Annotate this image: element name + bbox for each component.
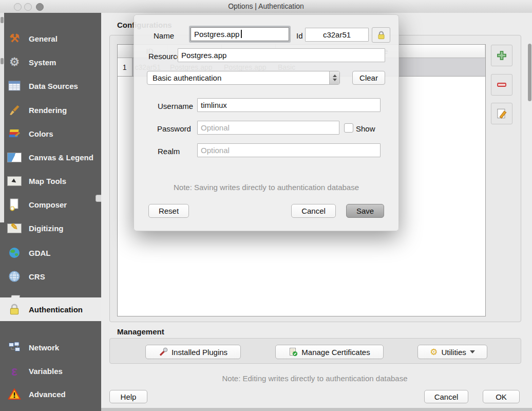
options-window: Options | Authentication ⚒ General ⚙ Sys…: [0, 0, 532, 411]
sidebar-item-label: Colors: [29, 129, 53, 138]
globe-icon: [6, 245, 23, 260]
stepper-arrows-icon: [329, 71, 339, 84]
resource-label: Resource: [148, 52, 181, 61]
cancel-button[interactable]: Cancel: [424, 390, 468, 403]
save-label: Save: [356, 207, 374, 215]
show-label: Show: [356, 124, 375, 133]
edit-authentication-dialog: Name Id Resource Basic authentication Cl…: [134, 14, 399, 231]
help-button[interactable]: Help: [109, 390, 147, 403]
svg-text:✱: ✱: [10, 206, 14, 211]
name-input[interactable]: [191, 27, 289, 41]
lock-icon: [376, 30, 386, 40]
map-pencil-icon: ✎: [6, 220, 23, 236]
sidebar-item-advanced[interactable]: Advanced: [0, 382, 101, 406]
sidebar-item-rendering[interactable]: Rendering: [0, 98, 101, 122]
saving-note: Note: Saving writes directly to authenti…: [134, 183, 398, 192]
sidebar-item-label: Network: [29, 343, 59, 352]
installed-plugins-button[interactable]: Installed Plugins: [145, 345, 241, 359]
paintbrush-icon: [6, 102, 23, 118]
realm-label: Realm: [158, 147, 180, 156]
ok-label: OK: [496, 393, 507, 401]
window-title: Options | Authentication: [0, 2, 532, 10]
sidebar-item-label: Rendering: [29, 106, 67, 115]
title-bar: Options | Authentication: [0, 0, 532, 13]
reset-label: Reset: [159, 207, 179, 215]
page-asterisk-icon: ✱: [6, 197, 23, 212]
remove-configuration-button[interactable]: [491, 74, 512, 96]
tools-icon: ⚒: [6, 31, 23, 46]
map-cursor-icon: [6, 173, 23, 189]
edit-configuration-button[interactable]: [491, 103, 512, 124]
username-label: Username: [158, 102, 193, 110]
network-computers-icon: [6, 340, 23, 355]
sidebar-item-label: General: [29, 34, 58, 43]
name-label: Name: [154, 31, 174, 40]
gear-wrench-icon: ⚙: [6, 54, 23, 70]
row-number-cell[interactable]: 1: [118, 58, 132, 77]
dialog-cancel-button[interactable]: Cancel: [291, 204, 336, 218]
lock-icon: [6, 302, 23, 317]
manage-certificates-label: Manage Certificates: [301, 348, 370, 357]
id-label: Id: [296, 31, 303, 40]
utilities-button[interactable]: ⚙ Utilities: [417, 345, 487, 359]
map-canvas-icon: [6, 150, 23, 165]
sidebar-item-crs[interactable]: CRS: [0, 265, 101, 288]
add-configuration-button[interactable]: [491, 45, 512, 66]
plus-icon: [496, 49, 508, 62]
sidebar-item-data-sources[interactable]: Data Sources: [0, 74, 101, 98]
sidebar-item-variables[interactable]: ε Variables: [0, 359, 101, 383]
sidebar-item-authentication[interactable]: Authentication: [0, 297, 101, 321]
vertical-scrollbar-thumb[interactable]: [528, 44, 531, 101]
management-label: Management: [117, 327, 164, 336]
table-icon: [6, 78, 23, 94]
sidebar-item-colors[interactable]: Colors: [0, 122, 101, 145]
sidebar-item-label: Composer: [29, 200, 67, 209]
sidebar-item-system[interactable]: ⚙ System: [0, 50, 101, 74]
ok-button[interactable]: OK: [483, 390, 520, 403]
sidebar-item-canvas-legend[interactable]: Canvas & Legend: [0, 145, 101, 169]
sidebar-item-gdal[interactable]: GDAL: [0, 241, 101, 265]
sidebar-item-composer[interactable]: ✱ Composer: [0, 193, 101, 216]
sidebar-item-digitizing[interactable]: ✎ Digitizing: [0, 216, 101, 240]
help-label: Help: [121, 393, 137, 401]
manage-certificates-button[interactable]: Manage Certificates: [275, 345, 384, 359]
sidebar-item-label: Map Tools: [29, 177, 66, 185]
reset-button[interactable]: Reset: [148, 204, 189, 218]
auth-method-dropdown[interactable]: Basic authentication: [147, 71, 340, 85]
save-button[interactable]: Save: [346, 204, 384, 218]
text-caret: [241, 30, 242, 38]
globe-grid-icon: [6, 269, 23, 284]
background-icon: [1, 17, 4, 23]
sidebar-item-label: CRS: [29, 272, 45, 281]
warning-icon: [6, 386, 23, 402]
window-bottom-edge: [101, 408, 532, 411]
password-label: Password: [157, 124, 191, 133]
sidebar-item-general[interactable]: ⚒ General: [0, 27, 101, 50]
sidebar-item-label: Data Sources: [29, 82, 78, 90]
minus-icon: [496, 79, 508, 91]
epsilon-icon: ε: [6, 363, 23, 379]
dropdown-arrow-icon: [470, 350, 475, 353]
sidebar-item-label: Canvas & Legend: [29, 153, 93, 162]
row-number-header[interactable]: [118, 45, 132, 58]
password-input[interactable]: [197, 121, 339, 135]
show-password-checkbox[interactable]: [344, 123, 353, 133]
cancel-label: Cancel: [434, 393, 459, 401]
username-input[interactable]: [197, 98, 381, 112]
edit-pencil-icon: [495, 107, 508, 120]
resource-input[interactable]: [178, 48, 385, 62]
realm-input[interactable]: [197, 143, 381, 157]
sidebar-item-label: Variables: [29, 367, 63, 376]
gear-icon: ⚙: [430, 348, 438, 357]
auth-method-value: Basic authentication: [153, 73, 221, 82]
id-field: [305, 28, 369, 42]
sidebar-item-label: System: [29, 58, 56, 67]
clear-button[interactable]: Clear: [352, 71, 385, 85]
id-lock-button[interactable]: [372, 27, 390, 43]
color-ribbons-icon: [6, 126, 23, 141]
dialog-cancel-label: Cancel: [301, 207, 326, 215]
utilities-label: Utilities: [441, 348, 466, 357]
sidebar-item-map-tools[interactable]: Map Tools: [0, 169, 101, 193]
sidebar-item-network[interactable]: Network: [0, 335, 101, 359]
sidebar-item-label: Advanced: [29, 390, 66, 399]
